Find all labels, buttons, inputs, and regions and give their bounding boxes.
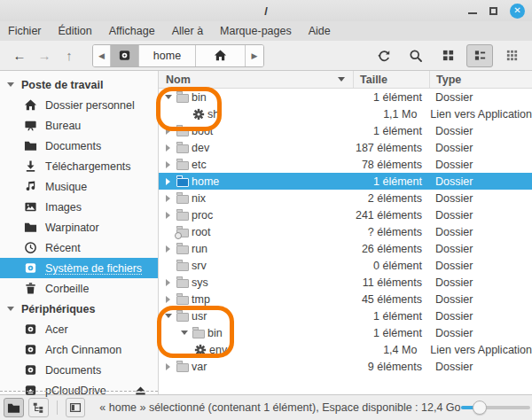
refresh-icon bbox=[377, 49, 391, 63]
expander-icon[interactable] bbox=[162, 91, 174, 103]
icon-view-icon bbox=[442, 49, 455, 62]
collapse-triangle-icon bbox=[7, 307, 14, 311]
folder-icon bbox=[176, 128, 189, 136]
sidebar-section-poste-de-travail[interactable]: Poste de travail bbox=[0, 74, 158, 95]
path-scroll-right-button[interactable]: ▶ bbox=[246, 45, 263, 66]
expander-icon[interactable] bbox=[162, 192, 174, 204]
menu-aller-a[interactable]: Aller à bbox=[172, 25, 203, 37]
file-row-usr[interactable]: usr 1 élément Dossier bbox=[159, 307, 532, 324]
expander-icon[interactable] bbox=[162, 159, 174, 170]
back-button[interactable]: ← bbox=[7, 44, 32, 67]
file-row-home-selected[interactable]: home 1 élément Dossier bbox=[159, 173, 532, 190]
forward-button[interactable]: → bbox=[32, 44, 57, 67]
folder-icon bbox=[176, 296, 189, 305]
collapse-triangle-icon bbox=[7, 82, 14, 87]
up-button[interactable]: ↑ bbox=[57, 44, 82, 67]
places-toggle-button[interactable] bbox=[4, 398, 24, 417]
expander-icon[interactable] bbox=[162, 175, 174, 187]
sidebar-item-dossier-personnel[interactable]: Dossier personnel bbox=[0, 95, 158, 115]
file-row-etc[interactable]: etc 78 éléments Dossier bbox=[159, 156, 532, 173]
search-icon bbox=[409, 49, 423, 63]
download-icon bbox=[24, 159, 37, 173]
expander-icon[interactable] bbox=[162, 310, 174, 322]
sidebar-item-warpinator[interactable]: Warpinator bbox=[0, 217, 158, 237]
sidebar-item-telechargements[interactable]: Téléchargements bbox=[0, 156, 158, 176]
file-row-proc[interactable]: proc 241 éléments Dossier bbox=[159, 206, 532, 223]
expander-icon[interactable] bbox=[162, 125, 174, 136]
sidebar-item-acer[interactable]: Acer bbox=[0, 319, 158, 339]
expander-icon[interactable] bbox=[162, 361, 174, 372]
toolbar: ← → ↑ ◀ home ▶ bbox=[0, 41, 532, 71]
file-row-run[interactable]: run 26 éléments Dossier bbox=[159, 240, 532, 257]
column-header-nom[interactable]: Nom bbox=[159, 71, 353, 88]
treeview-toggle-button[interactable] bbox=[28, 398, 49, 417]
window-title: / bbox=[0, 4, 532, 18]
expander-icon[interactable] bbox=[178, 327, 190, 338]
file-row-sys[interactable]: sys 11 éléments Dossier bbox=[159, 274, 532, 291]
sidebar-item-arch-cinnamon[interactable]: Arch Cinnamon bbox=[0, 339, 158, 360]
menu-marque-pages[interactable]: Marque-pages bbox=[220, 25, 292, 37]
sidebar-item-documents-device[interactable]: Documents bbox=[0, 360, 158, 380]
file-row-dev[interactable]: dev 187 éléments Dossier bbox=[159, 139, 532, 156]
refresh-button[interactable] bbox=[371, 44, 397, 67]
close-button[interactable]: ✕ bbox=[510, 4, 525, 19]
menu-aide[interactable]: Aide bbox=[309, 25, 331, 37]
maximize-button[interactable] bbox=[489, 7, 497, 15]
sidebar-item-musique[interactable]: Musique bbox=[0, 176, 158, 197]
eject-icon[interactable] bbox=[134, 384, 147, 397]
sidebar-item-documents[interactable]: Documents bbox=[0, 136, 158, 156]
path-crumb-user-home[interactable] bbox=[196, 45, 246, 66]
column-header-taille[interactable]: Taille bbox=[353, 71, 429, 88]
slider-knob[interactable] bbox=[473, 401, 487, 415]
expander-icon[interactable] bbox=[162, 276, 174, 288]
expander-icon[interactable] bbox=[162, 142, 174, 153]
sidebar-item-pclouddrive[interactable]: pCloudDrive bbox=[0, 380, 158, 401]
expander-icon[interactable] bbox=[162, 209, 174, 221]
back-icon: ← bbox=[13, 48, 27, 63]
sidebar-item-corbeille[interactable]: Corbeille bbox=[0, 278, 158, 299]
compact-view-icon bbox=[505, 49, 519, 62]
menu-edition[interactable]: Édition bbox=[59, 25, 92, 37]
sidebar-item-recent[interactable]: Récent bbox=[0, 237, 158, 258]
search-button[interactable] bbox=[403, 44, 429, 67]
path-crumb-root[interactable] bbox=[111, 45, 139, 66]
file-row-srv[interactable]: srv 0 élément Dossier bbox=[159, 257, 532, 274]
file-row-bin[interactable]: bin 1 élément Dossier bbox=[159, 89, 532, 105]
sidebar-toggle-button[interactable] bbox=[66, 398, 86, 417]
sidebar-item-images[interactable]: Images bbox=[0, 197, 158, 217]
menu-fichier[interactable]: Fichier bbox=[8, 25, 42, 37]
file-row-usr-bin[interactable]: bin 1 élément Dossier bbox=[159, 324, 532, 341]
folder-icon bbox=[24, 221, 37, 234]
drive-icon bbox=[24, 384, 37, 397]
folder-icon bbox=[176, 94, 189, 103]
folder-icon bbox=[176, 212, 189, 221]
file-row-boot[interactable]: boot 1 élément Dossier bbox=[159, 122, 532, 139]
column-header-type[interactable]: Type bbox=[429, 71, 532, 88]
compact-view-button[interactable] bbox=[498, 44, 525, 67]
sidebar-item-systeme-de-fichiers[interactable]: Système de fichiers bbox=[0, 258, 158, 278]
minimize-button[interactable] bbox=[468, 12, 477, 14]
zoom-slider[interactable] bbox=[461, 401, 524, 415]
image-icon bbox=[24, 200, 37, 214]
sidebar-item-bureau[interactable]: Bureau bbox=[0, 115, 158, 136]
file-row-env[interactable]: env 1,4 Mo Lien vers Application bbox=[159, 341, 532, 358]
folder-icon bbox=[176, 195, 189, 204]
file-row-root[interactable]: root ? éléments Dossier bbox=[159, 223, 532, 240]
file-row-tmp[interactable]: tmp 45 éléments Dossier bbox=[159, 291, 532, 307]
file-row-var[interactable]: var 9 éléments Dossier bbox=[159, 358, 532, 375]
folder-icon bbox=[24, 139, 37, 152]
expander-icon[interactable] bbox=[162, 243, 174, 254]
icon-view-button[interactable] bbox=[434, 44, 461, 67]
menu-affichage[interactable]: Affichage bbox=[109, 25, 155, 37]
list-view-button[interactable] bbox=[466, 44, 493, 67]
expander-icon[interactable] bbox=[162, 293, 174, 305]
path-scroll-left-button[interactable]: ◀ bbox=[93, 45, 111, 66]
folder-icon bbox=[176, 363, 189, 372]
desktop-icon bbox=[24, 119, 37, 132]
path-crumb-home[interactable]: home bbox=[139, 45, 196, 66]
file-row-sh[interactable]: sh 1,1 Mo Lien vers Application bbox=[159, 105, 532, 122]
folder-icon bbox=[176, 178, 189, 187]
sidebar-section-peripheriques[interactable]: Périphériques bbox=[0, 299, 158, 319]
drive-icon bbox=[24, 323, 37, 336]
file-row-nix[interactable]: nix 2 éléments Dossier bbox=[159, 190, 532, 206]
